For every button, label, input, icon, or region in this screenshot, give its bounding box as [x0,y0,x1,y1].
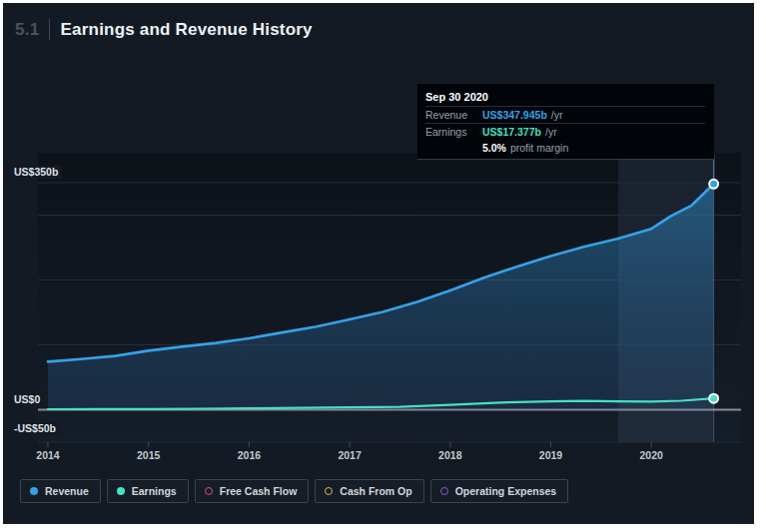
tooltip-revenue-label: Revenue [425,107,482,123]
x-axis-label-2019: 2019 [519,449,583,461]
earnings-point-marker[interactable] [709,394,718,403]
tooltip-date: Sep 30 2020 [425,89,705,106]
legend-item-operating-expenses[interactable]: Operating Expenses [430,479,569,503]
tooltip-earnings-row: Earnings US$17.377b /yr [425,123,705,140]
y-axis-label-350b: US$350b [11,166,62,179]
earnings-revenue-card: 5.1 Earnings and Revenue History US$350b… [3,3,754,524]
x-axis-label-2016: 2016 [217,449,281,461]
x-axis-label-2020: 2020 [619,449,683,461]
revenue-dot-icon [30,487,38,495]
free-cash-flow-ring-icon [205,487,213,495]
revenue-point-marker[interactable] [709,180,718,189]
earnings-dot-icon [117,487,125,495]
operating-expenses-ring-icon [440,487,448,495]
earnings-revenue-chart[interactable] [3,3,754,524]
tooltip-margin-value: 5.0% [482,140,506,156]
x-axis-ticks [48,442,651,447]
y-axis-label-0: US$0 [11,393,44,406]
cash-from-op-ring-icon [325,487,333,495]
tooltip-revenue-suffix: /yr [551,107,563,123]
x-axis-label-2015: 2015 [117,449,181,461]
tooltip-margin-row: 5.0% profit margin [425,140,705,156]
tooltip-earnings-label: Earnings [425,124,482,140]
legend-item-earnings[interactable]: Earnings [107,479,189,503]
legend-item-revenue[interactable]: Revenue [20,479,101,503]
chart-tooltip: Sep 30 2020 Revenue US$347.945b /yr Earn… [417,84,714,160]
tooltip-revenue-row: Revenue US$347.945b /yr [425,106,705,123]
x-axis-label-2014: 2014 [16,449,80,461]
tooltip-earnings-suffix: /yr [545,124,557,140]
legend-item-free-cash-flow[interactable]: Free Cash Flow [195,479,310,503]
chart-legend: Revenue Earnings Free Cash Flow Cash Fro… [20,479,568,503]
x-axis-label-2017: 2017 [318,449,382,461]
y-axis-label-neg50b: -US$50b [11,422,60,435]
tooltip-margin-label: profit margin [510,140,568,156]
tooltip-revenue-value: US$347.945b [482,107,547,123]
legend-item-cash-from-op[interactable]: Cash From Op [315,479,423,503]
x-axis-label-2018: 2018 [418,449,482,461]
tooltip-earnings-value: US$17.377b [482,124,541,140]
